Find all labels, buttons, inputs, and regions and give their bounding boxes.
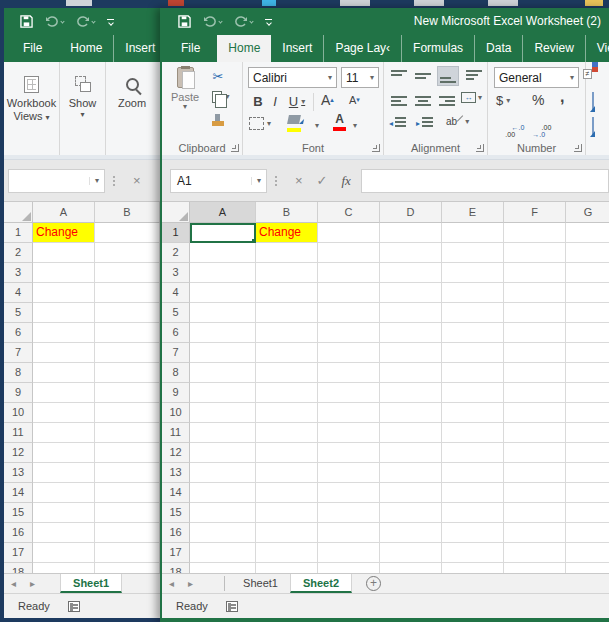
- cell-a11[interactable]: [33, 423, 95, 443]
- cell-a7[interactable]: [190, 343, 256, 363]
- number-format-combo[interactable]: General ▾: [494, 67, 579, 88]
- insert-function-icon[interactable]: fx: [342, 173, 351, 189]
- cell-b11[interactable]: [95, 423, 160, 443]
- cell-e15[interactable]: [442, 503, 504, 523]
- row-header-1[interactable]: 1: [162, 223, 190, 243]
- sheet-tab-sheet1[interactable]: Sheet1: [231, 574, 290, 593]
- cell-e13[interactable]: [442, 463, 504, 483]
- cell-b5[interactable]: [256, 303, 318, 323]
- cell-a18[interactable]: [33, 563, 95, 573]
- row-header-16[interactable]: 16: [162, 523, 190, 543]
- tab-data[interactable]: Data: [475, 35, 523, 62]
- row-header-10[interactable]: 10: [4, 403, 33, 423]
- cell-e2[interactable]: [442, 243, 504, 263]
- merge-center-dropdown-icon[interactable]: ▾: [478, 94, 482, 102]
- cell-g7[interactable]: [566, 343, 609, 363]
- cell-g2[interactable]: [566, 243, 609, 263]
- cell-f14[interactable]: [504, 483, 566, 503]
- row-header-6[interactable]: 6: [4, 323, 33, 343]
- cell-f5[interactable]: [504, 303, 566, 323]
- cell-g8[interactable]: [566, 363, 609, 383]
- alignment-dialog-launcher-icon[interactable]: [476, 144, 484, 152]
- cell-a15[interactable]: [190, 503, 256, 523]
- workbook-views-button[interactable]: Workbook Views ▾: [4, 62, 59, 155]
- cell-b15[interactable]: [256, 503, 318, 523]
- row-header-8[interactable]: 8: [162, 363, 190, 383]
- cell-d6[interactable]: [380, 323, 442, 343]
- row-header-13[interactable]: 13: [162, 463, 190, 483]
- row-header-11[interactable]: 11: [4, 423, 33, 443]
- cell-b1[interactable]: Change: [256, 223, 318, 243]
- cell-a10[interactable]: [33, 403, 95, 423]
- cell-b16[interactable]: [256, 523, 318, 543]
- cell-b2[interactable]: [256, 243, 318, 263]
- cell-e7[interactable]: [442, 343, 504, 363]
- cell-b15[interactable]: [95, 503, 160, 523]
- cell-d14[interactable]: [380, 483, 442, 503]
- cell-a2[interactable]: [190, 243, 256, 263]
- cell-styles-button[interactable]: [592, 118, 594, 136]
- format-as-table-button[interactable]: [592, 93, 594, 111]
- row-header-3[interactable]: 3: [162, 263, 190, 283]
- row-header-16[interactable]: 16: [4, 523, 33, 543]
- cell-b17[interactable]: [95, 543, 160, 563]
- cell-e16[interactable]: [442, 523, 504, 543]
- row-header-17[interactable]: 17: [162, 543, 190, 563]
- comma-style-button[interactable]: ,: [560, 88, 564, 106]
- font-size-combo[interactable]: 11 ▾: [341, 67, 379, 88]
- tab-file[interactable]: File: [12, 35, 53, 62]
- cell-c12[interactable]: [318, 443, 380, 463]
- align-center-button[interactable]: [413, 92, 433, 110]
- cell-b8[interactable]: [256, 363, 318, 383]
- paste-button[interactable]: Paste ▾: [168, 67, 202, 131]
- cell-f7[interactable]: [504, 343, 566, 363]
- tab-file[interactable]: File: [170, 35, 211, 62]
- cell-b6[interactable]: [256, 323, 318, 343]
- cell-a15[interactable]: [33, 503, 95, 523]
- cell-f16[interactable]: [504, 523, 566, 543]
- cell-f1[interactable]: [504, 223, 566, 243]
- cell-b12[interactable]: [256, 443, 318, 463]
- cell-b2[interactable]: [95, 243, 160, 263]
- row-header-12[interactable]: 12: [4, 443, 33, 463]
- format-painter-button[interactable]: [208, 110, 228, 128]
- number-dialog-launcher-icon[interactable]: [574, 144, 582, 152]
- cell-c9[interactable]: [318, 383, 380, 403]
- cell-f3[interactable]: [504, 263, 566, 283]
- cell-a14[interactable]: [190, 483, 256, 503]
- save-icon[interactable]: [178, 15, 191, 28]
- accounting-dropdown-icon[interactable]: ▾: [506, 97, 510, 105]
- sheet-tab-sheet2[interactable]: Sheet2: [290, 574, 352, 593]
- front-grid[interactable]: ABCDEFG1Change23456789101112131415161718: [162, 202, 609, 573]
- row-header-7[interactable]: 7: [162, 343, 190, 363]
- cell-g4[interactable]: [566, 283, 609, 303]
- cell-f4[interactable]: [504, 283, 566, 303]
- cell-b1[interactable]: [95, 223, 160, 243]
- cell-d12[interactable]: [380, 443, 442, 463]
- cell-d3[interactable]: [380, 263, 442, 283]
- cell-c5[interactable]: [318, 303, 380, 323]
- cell-g6[interactable]: [566, 323, 609, 343]
- font-color-button[interactable]: A: [333, 114, 346, 131]
- cell-b4[interactable]: [95, 283, 160, 303]
- cell-c10[interactable]: [318, 403, 380, 423]
- fill-color-dropdown-icon[interactable]: ▾: [315, 122, 319, 130]
- cell-a16[interactable]: [33, 523, 95, 543]
- cell-a3[interactable]: [33, 263, 95, 283]
- cell-e6[interactable]: [442, 323, 504, 343]
- underline-dropdown-icon[interactable]: ▾: [301, 98, 305, 106]
- cell-f18[interactable]: [504, 563, 566, 573]
- cell-a6[interactable]: [190, 323, 256, 343]
- cell-a17[interactable]: [33, 543, 95, 563]
- cell-c2[interactable]: [318, 243, 380, 263]
- cell-a1[interactable]: Change: [33, 223, 95, 243]
- cell-e9[interactable]: [442, 383, 504, 403]
- select-all-button[interactable]: [4, 202, 33, 223]
- prev-sheet-icon[interactable]: ◂: [162, 574, 181, 593]
- cell-b9[interactable]: [256, 383, 318, 403]
- cell-b13[interactable]: [95, 463, 160, 483]
- row-header-2[interactable]: 2: [4, 243, 33, 263]
- cell-a5[interactable]: [190, 303, 256, 323]
- cell-b13[interactable]: [256, 463, 318, 483]
- cell-d15[interactable]: [380, 503, 442, 523]
